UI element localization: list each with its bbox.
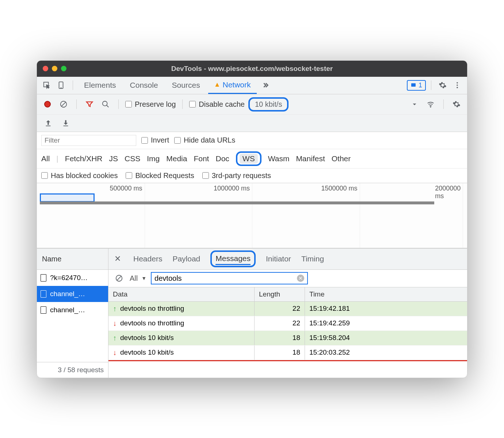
svg-rect-3	[411, 83, 416, 87]
messages-toolbar: All ▼ ✕	[108, 270, 467, 287]
third-party-checkbox[interactable]: 3rd-party requests	[202, 171, 271, 180]
column-header-data[interactable]: Data	[108, 287, 255, 301]
inspect-element-icon[interactable]	[41, 79, 53, 91]
main-pane: Name ?k=62470…channel_…channel_… 3 / 58 …	[37, 248, 467, 378]
clear-icon[interactable]	[57, 98, 70, 110]
filter-type-css[interactable]: CSS	[125, 154, 140, 163]
filter-type-media[interactable]: Media	[166, 154, 187, 163]
filter-type-wasm[interactable]: Wasm	[268, 154, 290, 163]
arrow-down-icon: ↓	[113, 319, 117, 328]
record-button[interactable]	[41, 98, 54, 110]
chevron-down-icon: ▼	[141, 275, 146, 281]
window-title: DevTools - www.piesocket.com/websocket-t…	[171, 65, 333, 73]
preserve-log-checkbox[interactable]: Preserve log	[125, 100, 176, 109]
message-time: 15:19:42.259	[305, 316, 467, 331]
message-row[interactable]: ↑devtools no throttling2215:19:42.181	[108, 302, 467, 316]
upload-har-icon[interactable]	[42, 117, 54, 129]
filter-input[interactable]	[41, 135, 136, 146]
message-length: 22	[255, 316, 305, 331]
svg-line-15	[117, 276, 122, 281]
svg-point-11	[430, 106, 431, 107]
settings-icon[interactable]	[436, 79, 449, 91]
throttle-dropdown-icon[interactable]	[408, 98, 421, 110]
svg-rect-12	[46, 125, 51, 126]
more-tabs-icon[interactable]	[259, 79, 271, 91]
detail-tab-payload[interactable]: Payload	[172, 254, 200, 263]
column-header-name[interactable]: Name	[37, 249, 108, 270]
tab-console[interactable]: Console	[124, 77, 164, 94]
arrow-down-icon: ↓	[113, 348, 117, 357]
timeline-overview[interactable]: 500000 ms 1000000 ms 1500000 ms 2000000 …	[37, 183, 467, 248]
filter-type-all[interactable]: All	[41, 154, 50, 163]
clear-messages-icon[interactable]	[113, 272, 125, 284]
window-controls	[43, 66, 66, 71]
filter-type-ws[interactable]: WS	[240, 154, 258, 164]
request-name: channel_…	[50, 306, 85, 314]
message-length: 22	[255, 302, 305, 316]
svg-line-10	[107, 105, 109, 107]
tab-sources[interactable]: Sources	[166, 77, 206, 94]
network-settings-icon[interactable]	[450, 98, 463, 110]
divider	[118, 99, 119, 109]
filter-type-js[interactable]: JS	[109, 154, 118, 163]
titlebar: DevTools - www.piesocket.com/websocket-t…	[37, 61, 467, 77]
svg-rect-13	[64, 125, 68, 126]
clear-filter-icon[interactable]: ✕	[297, 275, 304, 282]
timeline-selection[interactable]	[40, 193, 95, 202]
column-header-length[interactable]: Length	[255, 287, 305, 301]
detail-tab-messages[interactable]: Messages	[215, 253, 251, 265]
filter-type-font[interactable]: Font	[194, 154, 209, 163]
divider	[76, 99, 77, 109]
message-direction-select[interactable]: All ▼	[130, 274, 146, 283]
import-export-toolbar	[37, 115, 467, 132]
filter-type-img[interactable]: Img	[147, 154, 160, 163]
message-row[interactable]: ↓devtools 10 kbit/s1815:20:03.252	[108, 346, 467, 360]
request-row[interactable]: channel_…	[37, 302, 108, 318]
filter-icon[interactable]	[83, 98, 96, 110]
messages-highlight: Messages	[210, 250, 256, 267]
timeline-tick: 1000000 ms	[214, 185, 252, 192]
invert-checkbox[interactable]: Invert	[141, 136, 169, 144]
disable-cache-checkbox[interactable]: Disable cache	[189, 100, 245, 109]
tab-elements[interactable]: Elements	[78, 77, 122, 94]
minimize-window-button[interactable]	[52, 66, 57, 71]
main-tabbar: Elements Console Sources ▲ Network 1	[37, 77, 467, 94]
file-icon	[41, 274, 46, 282]
tab-network[interactable]: ▲ Network	[208, 77, 257, 94]
filter-type-doc[interactable]: Doc	[215, 154, 229, 163]
wifi-icon[interactable]	[424, 98, 437, 110]
detail-tab-headers[interactable]: Headers	[133, 254, 162, 263]
close-window-button[interactable]	[43, 66, 48, 71]
kebab-menu-icon[interactable]	[451, 79, 463, 91]
divider	[182, 99, 183, 109]
divider	[431, 80, 431, 90]
divider	[443, 99, 444, 109]
search-icon[interactable]	[99, 98, 112, 110]
filter-type-other[interactable]: Other	[332, 154, 351, 163]
message-data: devtools 10 kbit/s	[120, 348, 174, 356]
maximize-window-button[interactable]	[61, 66, 66, 71]
message-filter-input[interactable]	[154, 274, 297, 283]
request-row[interactable]: channel_…	[37, 286, 108, 302]
request-row[interactable]: ?k=62470…	[37, 270, 108, 286]
message-row[interactable]: ↓devtools no throttling2215:19:42.259	[108, 316, 467, 331]
request-list: Name ?k=62470…channel_…channel_… 3 / 58 …	[37, 249, 108, 378]
detail-tab-initiator[interactable]: Initiator	[266, 254, 291, 263]
filter-bar: Invert Hide data URLs	[37, 132, 467, 149]
throttling-selector[interactable]: 10 kbit/s	[248, 97, 289, 112]
message-row[interactable]: ↑devtools 10 kbit/s1815:19:58.204	[108, 331, 467, 346]
blocked-requests-checkbox[interactable]: Blocked Requests	[126, 171, 194, 180]
device-toolbar-icon[interactable]	[55, 79, 68, 91]
hide-data-urls-checkbox[interactable]: Hide data URLs	[174, 136, 235, 144]
column-header-time[interactable]: Time	[305, 287, 467, 301]
issues-chip[interactable]: 1	[407, 80, 426, 91]
download-har-icon[interactable]	[60, 117, 72, 129]
filter-type-fetchxhr[interactable]: Fetch/XHR	[65, 154, 103, 163]
message-time: 15:19:58.204	[305, 331, 467, 345]
svg-point-9	[103, 101, 107, 106]
svg-point-4	[457, 82, 458, 84]
blocked-cookies-checkbox[interactable]: Has blocked cookies	[41, 171, 118, 180]
detail-tab-timing[interactable]: Timing	[301, 254, 324, 263]
close-detail-icon[interactable]: ✕	[112, 254, 123, 264]
filter-type-manifest[interactable]: Manifest	[296, 154, 325, 163]
